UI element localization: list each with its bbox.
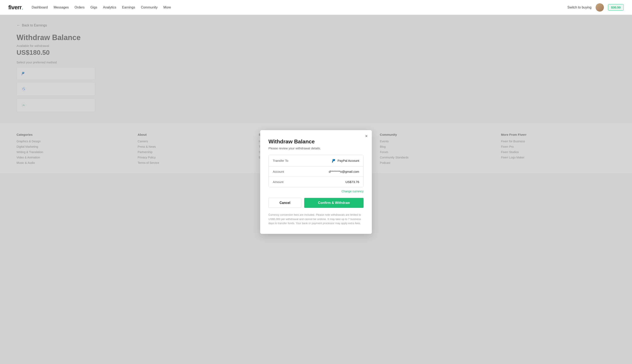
nav-dashboard[interactable]: Dashboard xyxy=(32,6,48,9)
amount-label: Amount xyxy=(273,180,283,184)
account-label: Account xyxy=(273,170,284,173)
avatar[interactable] xyxy=(596,3,604,12)
change-currency-link[interactable]: Change currency xyxy=(268,190,364,193)
nav-gigs[interactable]: Gigs xyxy=(90,6,97,9)
nav-more[interactable]: More xyxy=(163,6,171,9)
nav-right: Switch to buying $30.50 xyxy=(567,3,624,12)
nav-messages[interactable]: Messages xyxy=(54,6,69,9)
nav-earnings[interactable]: Earnings xyxy=(122,6,135,9)
account-value: d********o@gmail.com xyxy=(329,170,359,173)
amount-value: US$73.76 xyxy=(345,180,359,184)
transfer-to-text: PayPal Account xyxy=(338,159,359,162)
switch-to-buying-button[interactable]: Switch to buying xyxy=(567,6,592,9)
confirm-withdraw-button[interactable]: Confirm & Withdraw xyxy=(304,198,364,208)
transfer-to-row: Transfer To PayPal Account xyxy=(269,155,363,166)
modal-actions: Cancel Confirm & Withdraw xyxy=(268,198,364,208)
nav-community[interactable]: Community xyxy=(141,6,158,9)
amount-row: Amount US$73.76 xyxy=(269,177,363,187)
modal-subtitle: Please review your withdrawal details. xyxy=(268,146,364,150)
logo-dot: . xyxy=(22,4,23,11)
withdrawal-details-table: Transfer To PayPal Account Account d****… xyxy=(268,155,364,187)
nav-links: Dashboard Messages Orders Gigs Analytics… xyxy=(32,6,567,9)
balance-badge[interactable]: $30.50 xyxy=(608,4,624,10)
withdraw-modal: × Withdraw Balance Please review your wi… xyxy=(260,130,372,234)
nav-orders[interactable]: Orders xyxy=(75,6,85,9)
transfer-to-value: PayPal Account xyxy=(331,158,359,163)
logo-text: fiverr xyxy=(8,4,22,11)
paypal-logo-icon xyxy=(331,158,336,163)
logo[interactable]: fiverr. xyxy=(8,4,23,11)
cancel-button[interactable]: Cancel xyxy=(268,198,301,208)
avatar-image xyxy=(596,3,604,12)
transfer-to-label: Transfer To xyxy=(273,159,288,162)
navbar: fiverr. Dashboard Messages Orders Gigs A… xyxy=(0,0,632,15)
account-row: Account d********o@gmail.com xyxy=(269,166,363,177)
modal-title: Withdraw Balance xyxy=(268,138,364,145)
disclaimer-text: Currency conversion fees are included. P… xyxy=(268,213,364,226)
modal-close-button[interactable]: × xyxy=(365,134,368,138)
nav-analytics[interactable]: Analytics xyxy=(103,6,116,9)
